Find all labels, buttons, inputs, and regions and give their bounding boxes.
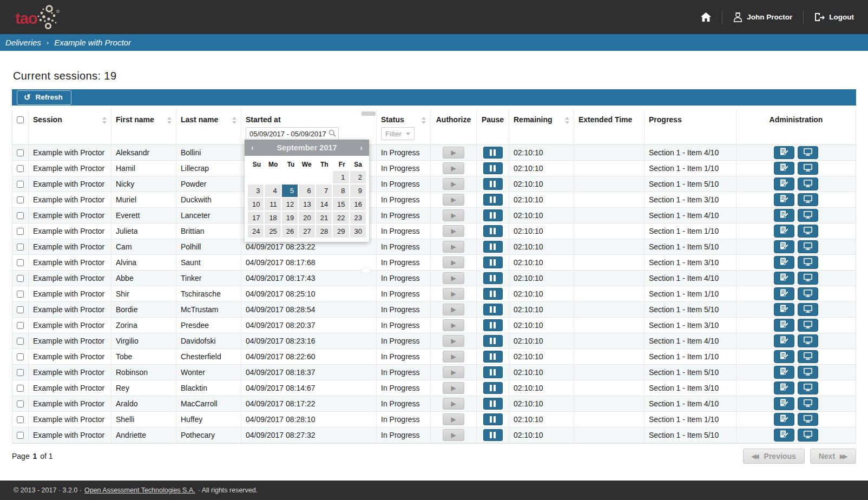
logout-button[interactable]: Logout <box>814 12 854 22</box>
monitor-button[interactable] <box>798 334 818 347</box>
row-checkbox[interactable] <box>17 228 24 235</box>
authorize-button[interactable]: ▶ <box>443 178 464 190</box>
authorize-button[interactable]: ▶ <box>443 382 464 394</box>
report-button[interactable] <box>774 413 794 426</box>
report-button[interactable] <box>774 177 794 190</box>
pause-button[interactable] <box>483 335 503 347</box>
report-button[interactable] <box>774 225 794 238</box>
scrollbar-handle[interactable] <box>361 268 370 273</box>
calendar-prev-icon[interactable]: ‹ <box>251 143 254 152</box>
breadcrumb-item-deliveries[interactable]: Deliveries <box>5 38 41 47</box>
calendar-day[interactable]: 26 <box>282 225 298 238</box>
calendar-day[interactable]: 12 <box>282 198 298 210</box>
monitor-button[interactable] <box>798 272 818 285</box>
calendar-day[interactable]: 27 <box>299 225 314 238</box>
calendar-day[interactable]: 18 <box>265 212 280 224</box>
report-button[interactable] <box>774 303 794 316</box>
report-button[interactable] <box>774 287 794 300</box>
monitor-button[interactable] <box>798 209 818 222</box>
status-filter-select[interactable]: Filter <box>381 127 415 140</box>
pause-button[interactable] <box>483 288 503 300</box>
pause-button[interactable] <box>483 304 503 315</box>
monitor-button[interactable] <box>798 240 818 253</box>
row-checkbox[interactable] <box>17 196 24 203</box>
monitor-button[interactable] <box>798 177 818 190</box>
row-checkbox[interactable] <box>17 306 24 313</box>
authorize-button[interactable]: ▶ <box>443 319 464 331</box>
report-button[interactable] <box>774 193 794 206</box>
monitor-button[interactable] <box>798 350 818 363</box>
row-checkbox[interactable] <box>17 291 24 298</box>
row-checkbox[interactable] <box>17 338 24 345</box>
calendar-day[interactable]: 23 <box>350 212 366 224</box>
authorize-button[interactable]: ▶ <box>443 413 464 425</box>
pause-button[interactable] <box>483 382 503 394</box>
authorize-button[interactable]: ▶ <box>443 304 464 315</box>
calendar-day[interactable]: 17 <box>248 212 264 224</box>
row-checkbox[interactable] <box>17 400 24 407</box>
authorize-button[interactable]: ▶ <box>443 194 464 206</box>
calendar-day[interactable]: 8 <box>333 185 348 197</box>
calendar-day[interactable]: 15 <box>333 198 348 210</box>
monitor-button[interactable] <box>798 319 818 332</box>
pause-button[interactable] <box>483 147 503 159</box>
calendar-day[interactable]: 28 <box>316 225 332 238</box>
previous-button[interactable]: ◀◀ Previous <box>743 449 805 464</box>
row-checkbox[interactable] <box>17 275 24 282</box>
row-checkbox[interactable] <box>17 416 24 423</box>
calendar-day[interactable]: 6 <box>299 185 314 197</box>
report-button[interactable] <box>774 209 794 222</box>
report-button[interactable] <box>774 256 794 269</box>
authorize-button[interactable]: ▶ <box>443 351 464 363</box>
row-checkbox[interactable] <box>17 165 24 172</box>
calendar-day[interactable]: 16 <box>350 198 366 210</box>
report-button[interactable] <box>774 272 794 285</box>
pause-button[interactable] <box>483 366 503 378</box>
select-all-checkbox[interactable] <box>17 116 24 123</box>
calendar-day[interactable]: 13 <box>299 198 314 210</box>
authorize-button[interactable]: ▶ <box>443 366 464 378</box>
pause-button[interactable] <box>483 413 503 425</box>
authorize-button[interactable]: ▶ <box>443 272 464 284</box>
pause-button[interactable] <box>483 162 503 174</box>
sort-icon[interactable] <box>167 115 172 124</box>
monitor-button[interactable] <box>798 162 818 175</box>
calendar-day[interactable]: 10 <box>248 198 264 210</box>
monitor-button[interactable] <box>798 397 818 410</box>
calendar-day[interactable]: 14 <box>316 198 332 210</box>
report-button[interactable] <box>774 319 794 332</box>
monitor-button[interactable] <box>798 256 818 269</box>
monitor-button[interactable] <box>798 429 818 442</box>
pause-button[interactable] <box>483 209 503 221</box>
authorize-button[interactable]: ▶ <box>443 147 464 159</box>
pause-button[interactable] <box>483 178 503 190</box>
report-button[interactable] <box>774 350 794 363</box>
sort-icon[interactable] <box>422 115 426 124</box>
authorize-button[interactable]: ▶ <box>443 209 464 221</box>
authorize-button[interactable]: ▶ <box>443 241 464 253</box>
authorize-button[interactable]: ▶ <box>443 429 464 441</box>
row-checkbox[interactable] <box>17 149 24 156</box>
report-button[interactable] <box>774 381 794 394</box>
calendar-day[interactable]: 20 <box>299 212 314 224</box>
started-at-filter-input[interactable] <box>249 130 326 138</box>
authorize-button[interactable]: ▶ <box>443 398 464 410</box>
calendar-day[interactable]: 25 <box>265 225 280 238</box>
user-menu[interactable]: John Proctor <box>733 12 792 22</box>
home-button[interactable] <box>701 12 711 22</box>
search-icon[interactable] <box>328 129 336 139</box>
pause-button[interactable] <box>483 319 503 331</box>
monitor-button[interactable] <box>798 146 818 159</box>
sort-icon[interactable] <box>232 115 236 124</box>
row-checkbox[interactable] <box>17 432 24 439</box>
monitor-button[interactable] <box>798 193 818 206</box>
calendar-day[interactable]: 7 <box>316 185 332 197</box>
calendar-day[interactable]: 11 <box>265 198 280 210</box>
scrollbar-handle[interactable] <box>361 111 376 116</box>
pause-button[interactable] <box>483 272 503 284</box>
report-button[interactable] <box>774 334 794 347</box>
report-button[interactable] <box>774 240 794 253</box>
calendar-day[interactable]: 3 <box>248 185 264 197</box>
row-checkbox[interactable] <box>17 353 24 360</box>
calendar-day[interactable]: 1 <box>333 171 348 183</box>
